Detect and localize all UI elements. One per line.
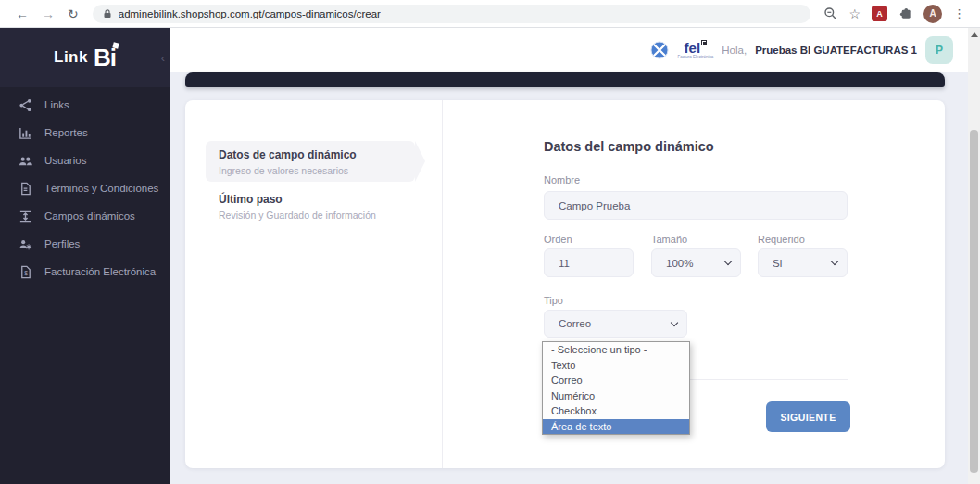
dropdown-option[interactable]: Texto <box>543 358 689 374</box>
avatar-initial: P <box>936 44 943 57</box>
users-icon <box>19 154 32 168</box>
logo-text: Link <box>54 48 88 67</box>
dropdown-option[interactable]: - Seleccione un tipo - <box>543 342 689 358</box>
sidebar-item-label: Perfiles <box>44 238 80 249</box>
sidebar-item-links[interactable]: Links <box>0 91 170 119</box>
user-avatar[interactable]: P <box>925 36 953 64</box>
browser-menu-icon[interactable]: ⋮ <box>953 6 965 20</box>
invoice-icon: $ <box>19 265 32 279</box>
dropdown-option[interactable]: Checkbox <box>543 403 689 419</box>
step-title: Último paso <box>219 193 376 206</box>
scrollbar[interactable] <box>968 28 980 484</box>
orden-value: 11 <box>559 258 570 269</box>
sidebar-item-facturacion[interactable]: $ Facturación Electrónica <box>0 258 170 286</box>
sidebar-item-usuarios[interactable]: Usuarios <box>0 146 170 174</box>
requerido-value: Si <box>773 258 782 269</box>
logo-accent: Bi <box>94 45 116 70</box>
fel-logo: fel Factura Electrónica <box>677 41 713 60</box>
svg-text:$: $ <box>24 269 28 275</box>
orden-input[interactable]: 11 <box>544 248 634 277</box>
wizard-step-1[interactable]: Datos de campo dinámico Ingreso de valor… <box>206 141 415 182</box>
requerido-select[interactable]: Si <box>758 248 848 277</box>
share-icon <box>19 98 32 112</box>
tipo-label: Tipo <box>544 295 563 306</box>
chevron-down-icon <box>831 258 838 265</box>
dropdown-option[interactable]: Correo <box>543 373 689 388</box>
content-card: Datos de campo dinámico Ingreso de valor… <box>185 100 945 468</box>
scrollbar-thumb[interactable] <box>970 130 978 473</box>
form-title: Datos del campo dinámico <box>544 139 714 154</box>
nombre-label: Nombre <box>544 174 580 185</box>
browser-profile-avatar[interactable]: A <box>923 5 942 23</box>
bookmark-star-icon[interactable]: ☆ <box>848 6 861 21</box>
step-title: Datos de campo dinámico <box>219 148 415 161</box>
sidebar-item-campos-dinamicos[interactable]: Campos dinámicos <box>0 202 170 230</box>
tamano-value: 100% <box>666 258 693 269</box>
main-header: fel Factura Electrónica Hola, Pruebas BI… <box>170 28 968 72</box>
zoom-icon[interactable] <box>823 6 837 20</box>
sidebar-item-label: Reportes <box>44 127 88 138</box>
app-logo: Link Bi ‹ <box>0 28 170 87</box>
chart-icon <box>19 126 32 140</box>
forward-icon[interactable]: → <box>42 7 55 20</box>
step-subtitle: Ingreso de valores necesarios <box>219 165 415 176</box>
page-topbar <box>185 72 945 87</box>
url-text: adminebilink.shopshop.com.gt/campos-dina… <box>119 8 381 19</box>
step-subtitle: Revisión y Guardado de información <box>219 210 376 221</box>
sidebar-item-perfiles[interactable]: Perfiles <box>0 230 170 258</box>
chevron-down-icon <box>671 318 678 325</box>
wizard-steps-panel: Datos de campo dinámico Ingreso de valor… <box>185 100 443 468</box>
tipo-select[interactable]: Correo <box>544 310 687 338</box>
nombre-input[interactable]: Campo Prueba <box>544 191 848 220</box>
lock-icon <box>102 8 113 19</box>
dropdown-option-highlighted[interactable]: Área de texto <box>543 419 689 435</box>
sidebar-item-label: Links <box>44 99 69 110</box>
form-panel: Datos del campo dinámico Nombre Campo Pr… <box>544 100 848 468</box>
tamano-select[interactable]: 100% <box>651 248 741 277</box>
address-bar[interactable]: adminebilink.shopshop.com.gt/campos-dina… <box>93 5 811 23</box>
profiles-icon <box>19 237 32 251</box>
orden-label: Orden <box>544 234 572 245</box>
wizard-step-2[interactable]: Último paso Revisión y Guardado de infor… <box>219 193 376 221</box>
sidebar-item-label: Términos y Condiciones <box>44 183 158 194</box>
sidebar: Link Bi ‹ Links Reportes Usuarios Términ… <box>0 28 170 484</box>
sidebar-menu: Links Reportes Usuarios Términos y Condi… <box>0 87 170 286</box>
sidebar-item-label: Campos dinámicos <box>44 210 135 222</box>
nombre-value: Campo Prueba <box>559 200 630 211</box>
chevron-down-icon <box>724 258 732 265</box>
tamano-label: Tamaño <box>651 234 687 245</box>
siguiente-button[interactable]: SIGUIENTE <box>766 401 850 432</box>
collapse-sidebar-icon[interactable]: ‹ <box>161 51 165 65</box>
sidebar-item-reportes[interactable]: Reportes <box>0 119 170 146</box>
tipo-value: Correo <box>559 318 591 329</box>
partner-globe-icon <box>650 41 669 59</box>
dropdown-option[interactable]: Numérico <box>543 388 689 404</box>
back-icon[interactable]: ← <box>16 7 29 20</box>
dynamic-fields-icon <box>19 210 32 223</box>
pdf-extension-icon[interactable]: A <box>872 6 887 21</box>
fel-caption: Factura Electrónica <box>677 56 713 60</box>
sidebar-item-label: Facturación Electrónica <box>44 266 156 277</box>
extensions-puzzle-icon[interactable] <box>898 6 912 20</box>
requerido-label: Requerido <box>758 234 805 245</box>
document-icon <box>19 182 32 196</box>
fel-logo-text: fel <box>685 41 708 55</box>
sidebar-item-terminos[interactable]: Términos y Condiciones <box>0 174 170 202</box>
greeting-text: Hola, <box>722 45 747 56</box>
tipo-dropdown: - Seleccione un tipo - Texto Correo Numé… <box>542 341 690 435</box>
reload-icon[interactable]: ↻ <box>68 7 79 20</box>
scrollbar-up-icon[interactable] <box>971 32 978 37</box>
sidebar-item-label: Usuarios <box>44 155 86 166</box>
username-text: Pruebas BI GUATEFACTURAS 1 <box>755 45 917 56</box>
browser-toolbar: ← → ↻ adminebilink.shopshop.com.gt/campo… <box>0 0 980 28</box>
